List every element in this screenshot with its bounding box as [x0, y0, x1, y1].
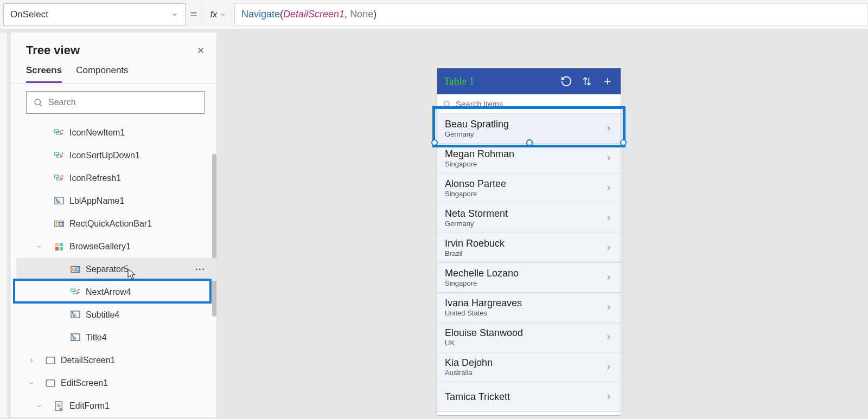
svg-rect-16 [55, 247, 59, 250]
gallery-item-title: Kia Dejohn [445, 357, 604, 369]
chevron-right-icon [604, 214, 613, 222]
svg-point-2 [35, 99, 41, 105]
svg-point-34 [444, 101, 449, 106]
gallery-item[interactable]: Neta StormentGermany [437, 203, 621, 233]
tab-components[interactable]: Components [76, 65, 128, 83]
chevron-down-icon [36, 243, 42, 250]
more-icon[interactable]: ··· [195, 265, 206, 274]
property-dropdown[interactable]: OnSelect [3, 3, 186, 26]
chevron-right-icon [604, 333, 613, 341]
gallery-item-title: Beau Spratling [445, 119, 604, 130]
chevron-right-icon [604, 184, 613, 192]
gallery-item[interactable]: Ivana HargreavesUnited States [437, 293, 621, 323]
gallery-item-subtitle: Brazil [445, 249, 604, 257]
gallery-item-title: Ivana Hargreaves [445, 298, 604, 309]
tree-item-RectQuickActionBar1[interactable]: RectQuickActionBar1 [16, 212, 216, 235]
svg-rect-25 [46, 357, 55, 364]
gallery-item[interactable]: Tamica Trickett [437, 382, 621, 412]
tree-item-label: Separator5 [86, 265, 129, 274]
svg-line-35 [449, 106, 450, 107]
svg-rect-17 [60, 247, 63, 250]
gallery-item-title: Mechelle Lozano [445, 268, 604, 279]
refresh-icon[interactable] [560, 75, 573, 88]
tree-item-label: IconRefresh1 [69, 173, 121, 183]
screen-icon [46, 378, 55, 388]
gallery-item[interactable]: Elouise StanwoodUK [437, 323, 621, 352]
formula-bar: OnSelect = fx Navigate(DetailScreen1, No… [0, 0, 868, 29]
app-title: Table 1 [444, 75, 552, 87]
tab-screens[interactable]: Screens [26, 65, 62, 83]
app-search[interactable] [437, 94, 621, 114]
svg-rect-13 [60, 222, 62, 225]
gallery-item-subtitle: UK [445, 339, 604, 347]
label-icon [71, 310, 80, 320]
gallery-item[interactable]: Alonso ParteeSingapore [437, 173, 621, 203]
chevron-right-icon [604, 303, 613, 312]
tree-item-IconNewItem1[interactable]: IconNewItem1 [16, 121, 216, 144]
ctrl-icon [54, 173, 64, 183]
chevron-right-icon [604, 273, 613, 282]
tree-item-IconSortUpDown1[interactable]: IconSortUpDown1 [16, 144, 216, 167]
gallery-item[interactable]: Beau SpratlingGermany [437, 114, 621, 144]
tree-search[interactable] [26, 91, 205, 114]
chevron-right-icon [604, 154, 613, 163]
fx-button[interactable]: fx [202, 3, 234, 26]
svg-rect-20 [76, 268, 79, 270]
chevron-right-icon [604, 363, 613, 371]
gallery-item[interactable]: Irvin RoebuckBrazil [437, 233, 621, 263]
app-search-input[interactable] [456, 99, 615, 108]
gallery-icon [54, 242, 64, 252]
gallery-item-title: Neta Storment [445, 208, 604, 220]
ctrl-icon [54, 128, 64, 138]
tree-list: IconNewItem1IconSortUpDown1IconRefresh1L… [11, 121, 216, 417]
equals-label: = [186, 8, 202, 22]
gallery-item[interactable]: Kia DejohnAustralia [437, 352, 621, 382]
chevron-down-icon [36, 403, 42, 409]
tree-item-DetailScreen1[interactable]: DetailScreen1 [16, 349, 216, 372]
svg-rect-15 [60, 243, 63, 246]
browse-gallery: Beau SpratlingGermanyMegan RohmanSingapo… [437, 114, 621, 415]
tree-item-Title4[interactable]: Title4 [16, 326, 216, 349]
tree-search-input[interactable] [48, 98, 197, 107]
panel-tabs: Screens Components [11, 65, 216, 83]
tree-item-EditForm1[interactable]: EditForm1 [16, 395, 216, 417]
chevron-right-icon [604, 392, 613, 401]
close-icon[interactable] [196, 46, 206, 55]
tree-item-label: IconNewItem1 [69, 128, 125, 138]
gallery-item-title: Alonso Partee [445, 178, 604, 190]
gallery-item-subtitle: Australia [445, 369, 604, 377]
formula-input[interactable]: Navigate(DetailScreen1, None) [234, 3, 868, 26]
tree-item-LblAppName1[interactable]: LblAppName1 [16, 190, 216, 212]
property-dropdown-value: OnSelect [10, 9, 48, 20]
tree-item-Subtitle4[interactable]: Subtitle4 [16, 304, 216, 326]
fx-label: fx [210, 9, 217, 20]
formula-fn: Navigate [241, 9, 280, 20]
tree-item-EditScreen1[interactable]: EditScreen1 [16, 372, 216, 395]
svg-line-3 [40, 104, 41, 106]
gallery-item-subtitle: Singapore [445, 160, 604, 168]
gallery-item-subtitle: United States [445, 309, 604, 317]
panel-title: Tree view [26, 43, 80, 57]
tree-item-BrowseGallery1[interactable]: BrowseGallery1 [16, 235, 216, 258]
sort-icon[interactable] [580, 75, 593, 88]
gallery-item-subtitle: Singapore [445, 190, 604, 198]
tree-item-label: Subtitle4 [86, 310, 119, 320]
tree-item-label: LblAppName1 [69, 196, 124, 206]
gallery-item[interactable]: Mechelle LozanoSingapore [437, 263, 621, 293]
screen-icon [46, 356, 55, 365]
tree-item-IconRefresh1[interactable]: IconRefresh1 [16, 167, 216, 190]
tree-item-label: DetailScreen1 [61, 356, 116, 365]
gallery-item-title: Megan Rohman [445, 149, 604, 160]
chevron-down-icon [28, 380, 35, 386]
svg-point-12 [56, 222, 59, 225]
chevron-right-icon [28, 357, 35, 364]
gallery-item-title: Tamica Trickett [445, 391, 604, 403]
svg-rect-14 [55, 243, 59, 246]
tree-item-NextArrow4[interactable]: NextArrow4 [16, 281, 216, 304]
add-icon[interactable] [601, 75, 614, 88]
chevron-down-icon [171, 11, 178, 18]
tree-item-Separator5[interactable]: Separator5··· [16, 258, 216, 281]
tree-item-label: NextArrow4 [86, 287, 131, 297]
gallery-item-subtitle: Singapore [445, 279, 604, 287]
gallery-item[interactable]: Megan RohmanSingapore [437, 144, 621, 173]
